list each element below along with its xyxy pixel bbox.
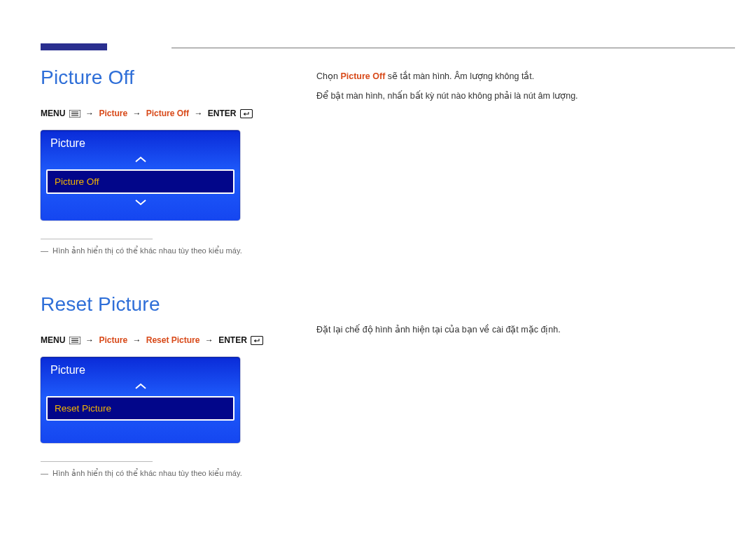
breadcrumb-step-picture-off: Picture Off — [146, 108, 189, 118]
breadcrumb-menu-label: MENU — [41, 108, 65, 118]
description-line1: Chọn Picture Off sẽ tắt màn hình. Âm lượ… — [316, 69, 708, 85]
footnote: ―Hình ảnh hiển thị có thể khác nhau tùy … — [41, 246, 279, 255]
osd-panel-reset-picture: Picture Reset Picture — [41, 357, 240, 443]
footnote-text: Hình ảnh hiển thị có thể khác nhau tùy t… — [52, 469, 242, 477]
footnote-dash: ― — [41, 469, 48, 477]
chevron-down-icon — [134, 197, 147, 209]
breadcrumb-enter-label: ENTER — [208, 108, 237, 118]
osd-scroll-up[interactable] — [41, 381, 240, 396]
chevron-up-icon — [134, 154, 147, 167]
description-text: Đặt lại chế độ hình ảnh hiện tại của bạn… — [316, 322, 708, 339]
footnote-rule — [41, 461, 153, 462]
section-reset-picture: Reset Picture MENU → Picture → Reset Pic… — [41, 293, 279, 478]
breadcrumb-arrow: → — [132, 108, 141, 118]
breadcrumb-arrow: → — [205, 335, 214, 345]
breadcrumb-arrow: → — [132, 335, 141, 345]
osd-title: Picture — [41, 130, 240, 154]
footnote-dash: ― — [41, 246, 48, 255]
breadcrumb-menu-label: MENU — [41, 335, 65, 345]
breadcrumb-step-reset-picture: Reset Picture — [146, 335, 200, 345]
breadcrumb-arrow: → — [194, 108, 202, 118]
chevron-up-icon — [134, 381, 147, 393]
osd-item-reset-picture[interactable]: Reset Picture — [46, 396, 234, 421]
footnote: ―Hình ảnh hiển thị có thể khác nhau tùy … — [41, 469, 279, 478]
osd-scroll-down[interactable] — [41, 197, 240, 212]
osd-title: Picture — [41, 357, 240, 381]
right-column: Chọn Picture Off sẽ tắt màn hình. Âm lượ… — [316, 69, 708, 338]
desc-highlight: Picture Off — [340, 71, 385, 81]
breadcrumb-picture-off: MENU → Picture → Picture Off → ENTER — [41, 108, 279, 120]
section-heading: Reset Picture — [41, 293, 279, 316]
desc-pre: Chọn — [316, 71, 340, 81]
enter-icon — [251, 336, 263, 347]
breadcrumb-reset-picture: MENU → Picture → Reset Picture → ENTER — [41, 335, 279, 347]
description-line2: Để bật màn hình, nhấn bất kỳ nút nào khô… — [316, 88, 708, 105]
osd-bottom-spacer — [41, 423, 240, 443]
section-heading: Picture Off — [41, 66, 279, 89]
menu-icon — [69, 337, 80, 346]
osd-scroll-up[interactable] — [41, 154, 240, 169]
header-rule — [172, 48, 735, 48]
description-picture-off: Chọn Picture Off sẽ tắt màn hình. Âm lượ… — [316, 69, 708, 105]
osd-panel-picture-off: Picture Picture Off — [41, 130, 240, 220]
left-column: Picture Off MENU → Picture → Picture Off… — [41, 66, 279, 478]
breadcrumb-step-picture: Picture — [99, 108, 127, 118]
osd-item-picture-off[interactable]: Picture Off — [46, 169, 234, 194]
menu-icon — [69, 110, 80, 120]
enter-icon — [240, 109, 253, 120]
footnote-rule — [41, 239, 153, 239]
breadcrumb-enter-label: ENTER — [218, 335, 247, 345]
breadcrumb-step-picture: Picture — [99, 335, 127, 345]
breadcrumb-arrow: → — [85, 108, 94, 118]
breadcrumb-arrow: → — [85, 335, 94, 345]
header-accent-bar — [41, 43, 107, 50]
section-picture-off: Picture Off MENU → Picture → Picture Off… — [41, 66, 279, 255]
desc-post: sẽ tắt màn hình. Âm lượng không tắt. — [385, 71, 534, 81]
description-reset-picture: Đặt lại chế độ hình ảnh hiện tại của bạn… — [316, 322, 708, 339]
footnote-text: Hình ảnh hiển thị có thể khác nhau tùy t… — [52, 246, 242, 255]
